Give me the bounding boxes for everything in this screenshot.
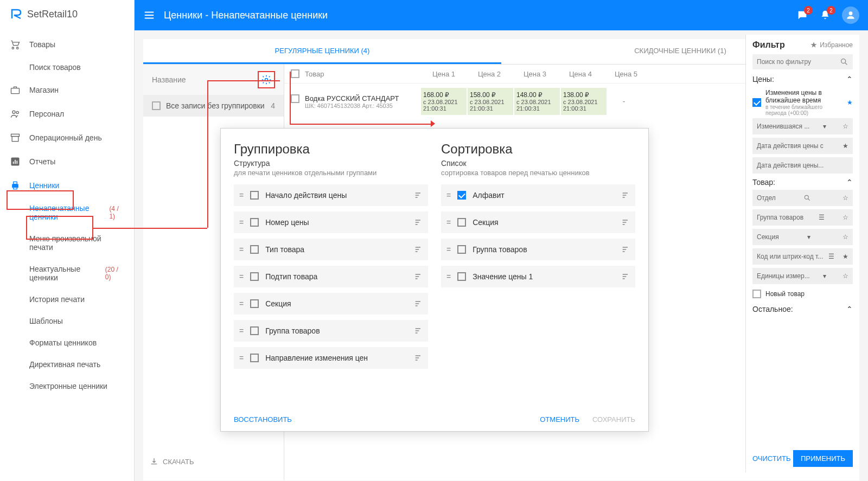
checkbox[interactable]	[250, 354, 259, 362]
sort-icon[interactable]	[414, 191, 423, 200]
filter-price-soon[interactable]: Изменения цены в ближайшее время в течен…	[752, 87, 853, 118]
settings-button[interactable]	[258, 71, 275, 88]
group-list-item[interactable]: =Начало действия цены	[234, 184, 428, 206]
drag-handle-icon[interactable]: =	[446, 272, 451, 281]
group-list-item[interactable]: =Тип товара	[234, 239, 428, 260]
sort-icon[interactable]	[414, 272, 423, 281]
drag-handle-icon[interactable]: =	[239, 245, 244, 254]
sort-icon[interactable]	[414, 245, 423, 254]
nav-store[interactable]: Магазин	[0, 78, 134, 102]
sort-icon[interactable]	[414, 326, 423, 335]
checkbox[interactable]	[457, 191, 466, 200]
drag-handle-icon[interactable]: =	[446, 218, 451, 227]
filter-changed-select[interactable]: Изменившаяся ...▾☆	[752, 118, 853, 134]
nav-directive[interactable]: Директивная печать	[29, 354, 134, 375]
sort-icon[interactable]	[621, 272, 630, 281]
sort-icon[interactable]	[621, 245, 630, 254]
checkbox[interactable]	[752, 290, 761, 298]
sort-icon[interactable]	[621, 218, 630, 227]
drag-handle-icon[interactable]: =	[239, 326, 244, 335]
sort-icon[interactable]	[414, 299, 423, 308]
star-icon[interactable]: ☆	[843, 123, 848, 130]
notifications-button[interactable]: 2	[819, 9, 831, 21]
chevron-up-icon[interactable]: ⌃	[846, 178, 853, 187]
nav-opday[interactable]: Операционный день	[0, 126, 134, 150]
row-checkbox[interactable]	[291, 94, 299, 103]
cancel-button[interactable]: ОТМЕНИТЬ	[540, 415, 579, 424]
nav-electronic[interactable]: Электронные ценники	[29, 375, 134, 397]
star-icon[interactable]: ☆	[843, 214, 848, 221]
sort-list-item[interactable]: =Секция	[441, 211, 635, 233]
checkbox[interactable]	[457, 218, 466, 227]
nav-products[interactable]: Товары	[0, 33, 134, 56]
nav-templates[interactable]: Шаблоны	[29, 310, 134, 332]
nav-search-products[interactable]: Поиск товаров	[29, 56, 134, 78]
filter-date-from[interactable]: Дата действия цены с★	[752, 138, 853, 154]
messages-button[interactable]: 2	[796, 9, 808, 21]
list-item-label: Группа товаров	[473, 245, 527, 254]
nav-history[interactable]: История печати	[29, 288, 134, 310]
filter-code[interactable]: Код или штрих-код т...☰★	[752, 248, 853, 265]
checkbox[interactable]	[752, 98, 761, 107]
checkbox[interactable]	[250, 299, 259, 308]
group-list-item[interactable]: =Группа товаров	[234, 320, 428, 342]
group-list-item[interactable]: =Секция	[234, 293, 428, 315]
download-button[interactable]: СКАЧАТЬ	[143, 451, 200, 472]
checkbox[interactable]	[250, 326, 259, 335]
nav-staff[interactable]: Персонал	[0, 102, 134, 126]
drag-handle-icon[interactable]: =	[239, 272, 244, 281]
nav-outdated[interactable]: Неактуальные ценники (20 / 0)	[29, 258, 134, 288]
chevron-up-icon[interactable]: ⌃	[846, 75, 853, 84]
group-list-item[interactable]: =Подтип товара	[234, 266, 428, 287]
filter-units[interactable]: Единицы измер...▾☆	[752, 268, 853, 284]
filter-date-to[interactable]: Дата действия цены...	[752, 157, 853, 174]
sort-icon[interactable]	[414, 218, 423, 227]
checkbox[interactable]	[250, 191, 259, 200]
drag-handle-icon[interactable]: =	[446, 245, 451, 254]
checkbox[interactable]	[152, 101, 161, 110]
favorites-toggle[interactable]: Избранное	[810, 41, 853, 49]
checkbox[interactable]	[250, 245, 259, 254]
filter-search[interactable]	[752, 54, 853, 69]
star-icon[interactable]: ☆	[843, 194, 848, 202]
sort-list-item[interactable]: =Значение цены 1	[441, 266, 635, 287]
nav-reports[interactable]: Отчеты	[0, 150, 134, 174]
restore-button[interactable]: ВОССТАНОВИТЬ	[234, 415, 292, 424]
avatar[interactable]	[842, 7, 859, 24]
sort-icon[interactable]	[621, 191, 630, 200]
checkbox[interactable]	[250, 272, 259, 281]
tab-regular[interactable]: РЕГУЛЯРНЫЕ ЦЕННИКИ (4)	[143, 39, 501, 64]
hamburger-icon[interactable]	[143, 9, 155, 21]
filter-department[interactable]: Отдел☆	[752, 190, 853, 206]
sort-icon[interactable]	[414, 354, 423, 362]
filter-clear-button[interactable]: ОЧИСТИТЬ	[752, 450, 791, 467]
star-icon[interactable]: ★	[843, 253, 848, 260]
drag-handle-icon[interactable]: =	[239, 191, 244, 200]
star-icon[interactable]: ☆	[843, 272, 848, 280]
group-list-item[interactable]: =Номер цены	[234, 211, 428, 233]
price1-value: 168.00 ₽	[423, 91, 464, 99]
drag-handle-icon[interactable]: =	[239, 299, 244, 308]
checkbox[interactable]	[250, 218, 259, 227]
sort-list-item[interactable]: =Группа товаров	[441, 239, 635, 260]
chevron-up-icon[interactable]: ⌃	[846, 305, 853, 313]
save-button[interactable]: СОХРАНИТЬ	[592, 415, 635, 424]
filter-apply-button[interactable]: ПРИМЕНИТЬ	[793, 450, 853, 467]
drag-handle-icon[interactable]: =	[239, 218, 244, 227]
sort-list-item[interactable]: =Алфавит	[441, 184, 635, 206]
filter-new-product[interactable]: Новый товар	[752, 287, 853, 300]
star-icon[interactable]: ★	[843, 142, 848, 150]
group-all-row[interactable]: Все записи без группировки 4	[143, 95, 284, 117]
filter-section[interactable]: Секция▾☆	[752, 229, 853, 245]
star-icon[interactable]: ☆	[843, 233, 848, 241]
nav-formats[interactable]: Форматы ценников	[29, 332, 134, 354]
drag-handle-icon[interactable]: =	[239, 354, 244, 362]
filter-group[interactable]: Группа товаров☰☆	[752, 209, 853, 226]
filter-search-input[interactable]	[757, 58, 840, 66]
checkbox[interactable]	[457, 272, 466, 281]
group-list-item[interactable]: =Направление изменения цен	[234, 347, 428, 369]
drag-handle-icon[interactable]: =	[446, 191, 451, 200]
star-icon[interactable]: ★	[847, 99, 853, 106]
checkbox[interactable]	[457, 245, 466, 254]
checkbox-all[interactable]	[291, 69, 299, 78]
